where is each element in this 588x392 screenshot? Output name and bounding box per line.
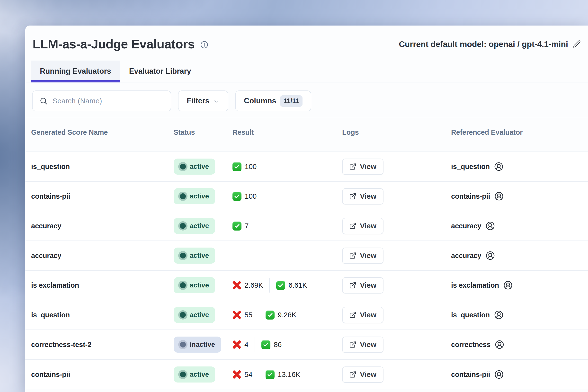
filters-button[interactable]: Filters xyxy=(178,90,228,111)
pass-count: 6.61K xyxy=(288,281,307,290)
column-header-status: Status xyxy=(174,128,232,136)
result-divider xyxy=(254,337,255,352)
status-label: inactive xyxy=(190,341,215,348)
status-dot-icon xyxy=(180,282,186,288)
pass-count-group: 6.61K xyxy=(276,281,307,290)
view-label: View xyxy=(360,162,376,171)
fail-count-group: 55 xyxy=(232,310,252,319)
view-logs-button[interactable]: View xyxy=(342,158,384,175)
status-dot-icon xyxy=(180,193,186,199)
result-cell: 100 xyxy=(232,162,342,171)
generated-score-name: correctness-test-2 xyxy=(31,341,92,348)
pass-count-group: 100 xyxy=(232,192,256,201)
fail-count: 4 xyxy=(244,340,248,349)
status-badge: active xyxy=(174,366,215,382)
pass-count: 100 xyxy=(245,162,256,171)
edit-pencil-icon[interactable] xyxy=(573,40,581,48)
table-row: contains-pii active 100 xyxy=(25,182,588,211)
result-divider xyxy=(259,308,259,322)
view-logs-button[interactable]: View xyxy=(342,248,384,264)
status-badge: active xyxy=(174,218,215,234)
status-dot-icon xyxy=(180,372,186,378)
table-row: accuracy active 7 xyxy=(25,211,588,241)
view-logs-button[interactable]: View xyxy=(342,366,384,383)
generated-score-name: contains-pii xyxy=(31,370,70,378)
external-link-icon xyxy=(349,311,356,318)
external-link-icon xyxy=(349,222,356,230)
desktop-background: { "header": { "title": "LLM-as-a-Judge E… xyxy=(0,0,588,392)
status-dot-icon xyxy=(180,312,186,318)
filters-label: Filters xyxy=(187,96,209,105)
info-icon[interactable] xyxy=(200,40,208,49)
table-toolbar: Filters Columns 11/11 xyxy=(25,82,588,118)
pass-count: 7 xyxy=(245,222,248,230)
pass-count-group: 100 xyxy=(232,162,256,171)
status-dot-icon xyxy=(180,253,186,258)
fail-cross-icon xyxy=(232,370,241,379)
table-row: correctness-test-2 inactive 4 86 xyxy=(25,330,588,360)
view-logs-button[interactable]: View xyxy=(342,218,384,234)
table-row: is_question active 55 9.26K xyxy=(25,300,588,330)
pass-count-group: 13.16K xyxy=(266,370,300,379)
referenced-evaluator-name: is exclamation xyxy=(451,281,499,290)
columns-label: Columns xyxy=(244,96,276,105)
search-input[interactable] xyxy=(52,97,164,105)
columns-button[interactable]: Columns 11/11 xyxy=(235,90,311,111)
fail-cross-icon xyxy=(232,340,241,349)
external-link-icon xyxy=(349,163,356,170)
default-model-label: Current default model: openai / gpt-4.1-… xyxy=(399,40,568,49)
column-header-name: Generated Score Name xyxy=(31,128,174,136)
tab-running-evaluators[interactable]: Running Evaluators xyxy=(31,60,120,82)
status-label: active xyxy=(190,192,209,200)
view-logs-button[interactable]: View xyxy=(342,336,384,353)
view-logs-button[interactable]: View xyxy=(342,307,384,323)
user-circle-icon[interactable] xyxy=(494,192,504,201)
generated-score-name: accuracy xyxy=(31,222,61,230)
status-badge: active xyxy=(174,307,215,323)
user-circle-icon[interactable] xyxy=(494,370,504,379)
user-circle-icon[interactable] xyxy=(486,221,495,230)
status-label: active xyxy=(190,370,209,378)
column-header-result: Result xyxy=(232,128,342,136)
view-logs-button[interactable]: View xyxy=(342,277,384,294)
view-logs-button[interactable]: View xyxy=(342,188,384,204)
tab-bar: Running Evaluators Evaluator Library xyxy=(25,60,588,82)
referenced-evaluator-name: correctness xyxy=(451,341,490,349)
pass-count-group: 9.26K xyxy=(266,310,296,320)
referenced-evaluator-name: is_question xyxy=(451,163,490,171)
view-label: View xyxy=(360,340,376,349)
user-circle-icon[interactable] xyxy=(494,310,503,320)
result-cell: 2.69K 6.61K xyxy=(232,278,342,292)
generated-score-name: is exclamation xyxy=(31,281,79,289)
result-divider xyxy=(270,278,270,292)
status-badge: active xyxy=(174,248,215,264)
search-box[interactable] xyxy=(32,90,171,111)
status-badge: active xyxy=(174,277,215,293)
user-circle-icon[interactable] xyxy=(494,162,503,171)
table-row: contains-pii active 54 13.16K xyxy=(25,360,588,389)
view-label: View xyxy=(360,370,376,379)
status-label: active xyxy=(190,281,209,289)
tab-label: Running Evaluators xyxy=(40,67,111,76)
status-label: active xyxy=(190,252,209,260)
tab-evaluator-library[interactable]: Evaluator Library xyxy=(120,60,200,82)
fail-cross-icon xyxy=(232,281,241,290)
status-label: active xyxy=(190,311,209,319)
chevron-down-icon xyxy=(213,98,220,104)
user-circle-icon[interactable] xyxy=(486,251,495,260)
pass-count: 9.26K xyxy=(278,311,296,319)
partially-scrolled-row xyxy=(25,147,588,152)
panel-header: LLM-as-a-Judge Evaluators Current defaul… xyxy=(25,26,588,51)
table-header-row: Generated Score Name Status Result Logs … xyxy=(25,118,588,147)
external-link-icon xyxy=(349,192,356,200)
result-cell: 54 13.16K xyxy=(232,367,342,382)
status-badge: active xyxy=(174,158,215,174)
tab-label: Evaluator Library xyxy=(129,67,191,76)
external-link-icon xyxy=(349,341,356,348)
pass-check-icon xyxy=(266,310,274,320)
external-link-icon xyxy=(349,371,356,378)
result-divider xyxy=(259,367,259,382)
user-circle-icon[interactable] xyxy=(495,340,504,349)
view-label: View xyxy=(360,222,376,230)
user-circle-icon[interactable] xyxy=(503,281,512,290)
